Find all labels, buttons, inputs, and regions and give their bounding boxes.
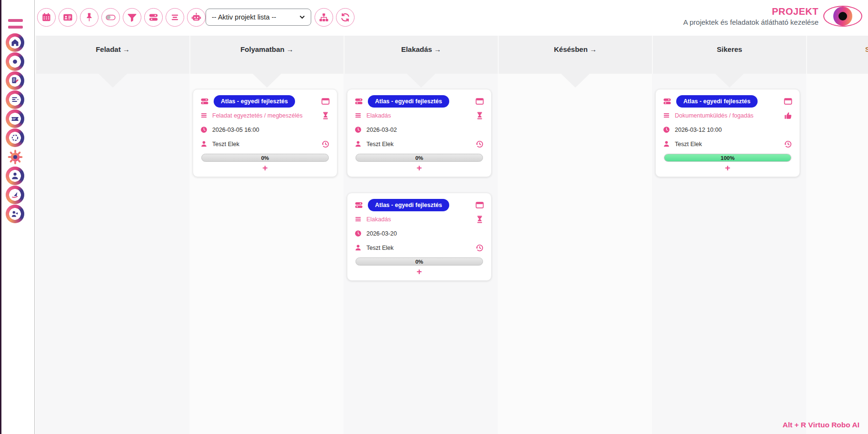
column-header[interactable]: Sikeres <box>652 36 806 74</box>
task-link[interactable]: Elakadás <box>366 216 391 223</box>
window-icon[interactable] <box>783 97 793 106</box>
assignee-name: Teszt Elek <box>675 141 702 148</box>
task-card[interactable]: Atlas - egyedi fejlesztés Dokumentumküld… <box>655 89 800 177</box>
history-icon[interactable] <box>783 139 793 149</box>
calendar-button[interactable] <box>37 8 56 27</box>
person-icon <box>354 244 362 252</box>
assignee-name: Teszt Elek <box>212 141 239 148</box>
project-badge[interactable]: Atlas - egyedi fejlesztés <box>368 199 449 211</box>
sync-icon <box>10 133 20 143</box>
progress-label: 0% <box>356 154 483 161</box>
progress-bar: 0% <box>201 154 329 162</box>
sidebar-item-tickets[interactable] <box>6 109 24 128</box>
window-icon[interactable] <box>321 97 330 106</box>
sitemap-button[interactable] <box>315 8 333 27</box>
progress-bar: 0% <box>355 154 483 162</box>
cards-view-button[interactable] <box>144 8 163 27</box>
app-window: -- Aktiv projekt lista -- PROJEKT A proj… <box>0 0 868 434</box>
project-list-select-value: -- Aktiv projekt lista -- <box>212 13 276 21</box>
document-edit-icon <box>10 76 20 86</box>
calendar-icon <box>41 12 52 23</box>
thumbs-up-icon[interactable] <box>783 111 793 120</box>
sidebar-item-launch[interactable] <box>6 186 24 204</box>
assignee-name: Teszt Elek <box>366 245 394 251</box>
column-label: Késésben → <box>554 45 597 53</box>
project-badge[interactable]: Atlas - egyedi fejlesztés <box>368 95 449 108</box>
column-header[interactable]: Folyamatban → <box>189 36 344 74</box>
task-card[interactable]: Atlas - egyedi fejlesztés Elakadás 2026-… <box>347 193 492 281</box>
column-folyamatban: Folyamatban → Atlas - egyedi fejlesztés … <box>189 36 344 434</box>
task-card[interactable]: Atlas - egyedi fejlesztés Elakadás 2026-… <box>347 89 492 177</box>
contacts-button[interactable] <box>59 8 77 27</box>
progress-bar: 100% <box>664 154 791 162</box>
clock-icon <box>354 229 362 237</box>
column-header[interactable]: Feladat → <box>35 36 189 74</box>
shortcut-hint: Alt + R Virtuo Robo AI <box>783 421 859 429</box>
robot-button[interactable] <box>187 8 206 27</box>
clock-icon <box>662 126 671 134</box>
person-icon <box>200 140 208 148</box>
column-header[interactable]: Elakadás → <box>344 36 498 74</box>
pin-button[interactable] <box>80 8 99 27</box>
hamburger-bar <box>8 19 23 22</box>
hamburger-bar <box>8 26 23 29</box>
menu-lines-icon <box>354 111 362 119</box>
column-kesesben: Késésben → <box>498 36 652 434</box>
add-subtask-button[interactable]: + <box>262 163 267 173</box>
list-view-button[interactable] <box>166 8 184 27</box>
task-list-icon <box>10 95 20 105</box>
project-badge[interactable]: Atlas - egyedi fejlesztés <box>214 95 295 108</box>
sidebar-item-home[interactable] <box>6 33 24 52</box>
hourglass-icon[interactable] <box>475 215 484 224</box>
sidebar-item-sync[interactable] <box>6 128 24 147</box>
progress-label: 0% <box>356 258 483 265</box>
sidebar-item-settings[interactable] <box>6 148 24 166</box>
sidebar <box>1 0 35 434</box>
task-link[interactable]: Feladat egyeztetés / megbeszélés <box>212 112 303 119</box>
sidebar-item-documents[interactable] <box>6 71 24 90</box>
hourglass-icon[interactable] <box>321 111 330 120</box>
clock-icon <box>354 126 362 134</box>
sidebar-item-profile[interactable] <box>6 167 24 185</box>
sidebar-item-logout[interactable] <box>6 205 24 223</box>
column-elakadas: Elakadás → Atlas - egyedi fejlesztés Ela… <box>344 36 498 434</box>
window-icon[interactable] <box>475 200 484 210</box>
stacked-cards-icon <box>662 97 672 106</box>
eye-logo-icon[interactable] <box>823 5 862 28</box>
window-icon[interactable] <box>475 97 484 106</box>
menu-lines-icon <box>200 111 208 119</box>
ticket-icon <box>10 114 20 124</box>
sidebar-item-tasks[interactable] <box>6 90 24 109</box>
due-datetime: 2026-03-02 <box>366 127 397 133</box>
project-badge[interactable]: Atlas - egyedi fejlesztés <box>676 95 758 108</box>
history-icon[interactable] <box>321 139 330 149</box>
chevron-down-icon <box>299 15 305 19</box>
column-header[interactable]: S <box>806 36 868 74</box>
hourglass-icon[interactable] <box>475 111 484 120</box>
refresh-button[interactable] <box>336 8 355 27</box>
project-list-select[interactable]: -- Aktiv projekt lista -- <box>206 9 311 26</box>
stacked-cards-icon <box>354 200 364 210</box>
add-subtask-button[interactable]: + <box>725 163 730 173</box>
kanban-board: Feladat → Folyamatban → Atlas - egyedi f… <box>35 36 868 434</box>
toggle-button[interactable] <box>101 8 120 27</box>
stacked-cards-icon <box>354 97 364 106</box>
launch-arrow-icon <box>10 190 20 200</box>
brand: PROJEKT A projektek és feladatok átlátha… <box>683 5 862 28</box>
sidebar-item-status[interactable] <box>6 52 24 71</box>
hamburger-menu-icon[interactable] <box>8 19 23 32</box>
task-link[interactable]: Dokumentumküldés / fogadás <box>675 112 753 119</box>
clock-icon <box>200 126 208 134</box>
column-clipped: S <box>806 36 868 434</box>
add-subtask-button[interactable]: + <box>416 267 422 276</box>
column-header[interactable]: Késésben → <box>498 36 652 74</box>
column-label: S <box>865 45 868 53</box>
history-icon[interactable] <box>475 243 484 253</box>
task-card[interactable]: Atlas - egyedi fejlesztés Feladat egyezt… <box>193 89 337 177</box>
column-label: Sikeres <box>717 45 742 53</box>
filter-button[interactable] <box>123 8 141 27</box>
history-icon[interactable] <box>475 139 484 149</box>
task-link[interactable]: Elakadás <box>366 112 391 119</box>
assignee-name: Teszt Elek <box>366 141 394 148</box>
add-subtask-button[interactable]: + <box>416 163 422 173</box>
